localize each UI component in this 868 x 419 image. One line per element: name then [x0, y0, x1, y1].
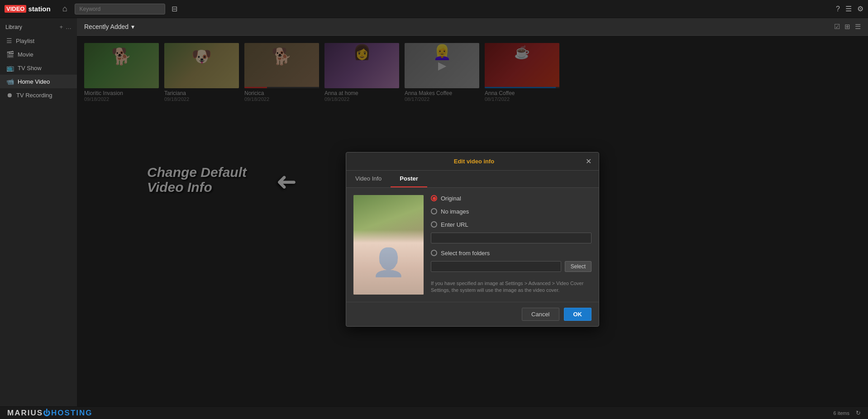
- sidebar-item-label: Playlist: [16, 38, 34, 44]
- sidebar-item-label: Home Video: [18, 78, 50, 85]
- homevideo-icon: 📹: [6, 78, 14, 85]
- ok-button[interactable]: OK: [564, 308, 592, 321]
- brand-marius-text: MARIUS: [7, 409, 43, 418]
- items-count: 6 items: [834, 410, 849, 416]
- tab-poster[interactable]: Poster: [391, 171, 427, 187]
- recently-added-dropdown[interactable]: Recently Added ▾: [84, 23, 134, 30]
- hint-text: If you have specified an image at Settin…: [431, 280, 591, 294]
- sidebar-add-icon[interactable]: +: [59, 24, 63, 30]
- dialog-footer: Cancel OK: [346, 302, 599, 326]
- content-area: Recently Added ▾ ☑ ⊞ ☰ 🐕 Mioriti: [77, 18, 868, 406]
- sidebar-header-icons: + …: [59, 24, 72, 30]
- topbar-right-icons: ? ☰ ⚙: [836, 5, 863, 13]
- sidebar-library-label: Library: [5, 24, 22, 30]
- playlist-icon: ☰: [6, 37, 12, 44]
- sidebar-item-playlist[interactable]: ☰ Playlist: [0, 34, 77, 48]
- dropdown-chevron-icon: ▾: [131, 23, 134, 30]
- sidebar-item-label: TV Show: [18, 65, 42, 71]
- edit-video-dialog: Edit video info ✕ Video Info Poster: [346, 152, 599, 327]
- sidebar-item-movie[interactable]: 🎬 Movie: [0, 48, 77, 61]
- sidebar-item-homevideo[interactable]: 📹 Home Video: [0, 75, 77, 88]
- movie-icon: 🎬: [6, 51, 14, 58]
- radio-no-images-circle: [431, 208, 437, 214]
- grid-view-icon[interactable]: ⊞: [844, 23, 850, 31]
- poster-preview: 👤: [353, 195, 424, 295]
- sidebar-more-icon[interactable]: …: [66, 24, 72, 30]
- sidebar-item-label: TV Recording: [16, 92, 52, 99]
- main-layout: Library + … ☰ Playlist 🎬 Movie 📺 TV Show…: [0, 18, 868, 406]
- bottom-right: 6 items ↻: [834, 409, 861, 416]
- brand-power-icon: ⏻: [43, 409, 51, 417]
- radio-enter-url[interactable]: Enter URL: [431, 221, 591, 228]
- logo-station-text: station: [28, 5, 50, 13]
- url-input[interactable]: [431, 233, 591, 243]
- cancel-button[interactable]: Cancel: [522, 308, 559, 321]
- radio-select-folders-circle: [431, 250, 437, 256]
- bottom-bar: MARIUS ⏻ HOSTING 6 items ↻: [0, 406, 868, 419]
- settings-button[interactable]: ⚙: [857, 5, 863, 13]
- dialog-close-button[interactable]: ✕: [586, 157, 591, 166]
- dialog-title: Edit video info: [362, 158, 586, 165]
- radio-select-folders[interactable]: Select from folders: [431, 250, 591, 257]
- dialog-titlebar: Edit video info ✕: [346, 152, 599, 171]
- app-logo: VIDEOstation: [5, 5, 51, 13]
- radio-no-images[interactable]: No images: [431, 208, 591, 215]
- brand-logo: MARIUS ⏻ HOSTING: [7, 409, 93, 418]
- dialog-overlay: Edit video info ✕ Video Info Poster: [77, 36, 868, 406]
- folder-select-row: Select: [431, 261, 591, 272]
- topbar: VIDEOstation ⌂ ⊟ ? ☰ ⚙: [0, 0, 868, 18]
- sidebar-item-tvrecording[interactable]: ⏺ TV Recording: [0, 88, 77, 102]
- sidebar: Library + … ☰ Playlist 🎬 Movie 📺 TV Show…: [0, 18, 77, 406]
- sidebar-item-label: Movie: [18, 51, 33, 58]
- refresh-icon[interactable]: ↻: [856, 409, 861, 416]
- radio-no-images-label: No images: [441, 208, 469, 215]
- radio-original[interactable]: Original: [431, 195, 591, 202]
- brand-hosting-text: HOSTING: [51, 409, 92, 418]
- filter-button[interactable]: ⊟: [169, 3, 180, 15]
- search-input[interactable]: [75, 4, 165, 14]
- sidebar-header: Library + …: [0, 22, 77, 34]
- recently-added-label: Recently Added: [84, 23, 129, 30]
- radio-enter-url-circle: [431, 221, 437, 228]
- select-view-icon[interactable]: ☑: [834, 23, 840, 31]
- folder-input[interactable]: [431, 261, 561, 272]
- logo-video-badge: VIDEO: [5, 5, 26, 13]
- dialog-tabs: Video Info Poster: [346, 171, 599, 188]
- content-header-right: ☑ ⊞ ☰: [834, 23, 861, 31]
- radio-original-circle: [431, 195, 437, 201]
- video-grid-container: 🐕 Mioritic Invasion 09/18/2022 🐶 Taricia…: [77, 36, 868, 406]
- menu-button[interactable]: ☰: [845, 5, 852, 13]
- tvshow-icon: 📺: [6, 64, 14, 71]
- home-button[interactable]: ⌂: [59, 2, 71, 15]
- radio-select-folders-label: Select from folders: [441, 250, 490, 257]
- content-header: Recently Added ▾ ☑ ⊞ ☰: [77, 18, 868, 36]
- tvrecording-icon: ⏺: [6, 91, 13, 99]
- select-button[interactable]: Select: [565, 261, 591, 272]
- help-button[interactable]: ?: [836, 5, 840, 13]
- radio-original-label: Original: [441, 195, 461, 202]
- radio-enter-url-label: Enter URL: [441, 221, 468, 228]
- tab-video-info[interactable]: Video Info: [346, 171, 391, 187]
- list-view-icon[interactable]: ☰: [855, 23, 861, 31]
- sidebar-item-tvshow[interactable]: 📺 TV Show: [0, 61, 77, 75]
- dialog-options: Original No images Enter URL: [431, 195, 591, 295]
- dialog-body: 👤 Original: [346, 188, 599, 302]
